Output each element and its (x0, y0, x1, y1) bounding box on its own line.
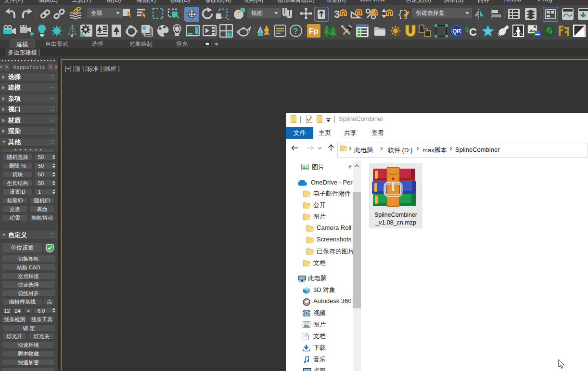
svg-text:3: 3 (334, 8, 340, 20)
svg-text:Fp: Fp (309, 27, 319, 35)
svg-text:?: ? (293, 26, 298, 36)
svg-text:QR: QR (452, 28, 461, 35)
svg-text:$: $ (465, 26, 469, 33)
svg-text:C: C (469, 26, 477, 38)
